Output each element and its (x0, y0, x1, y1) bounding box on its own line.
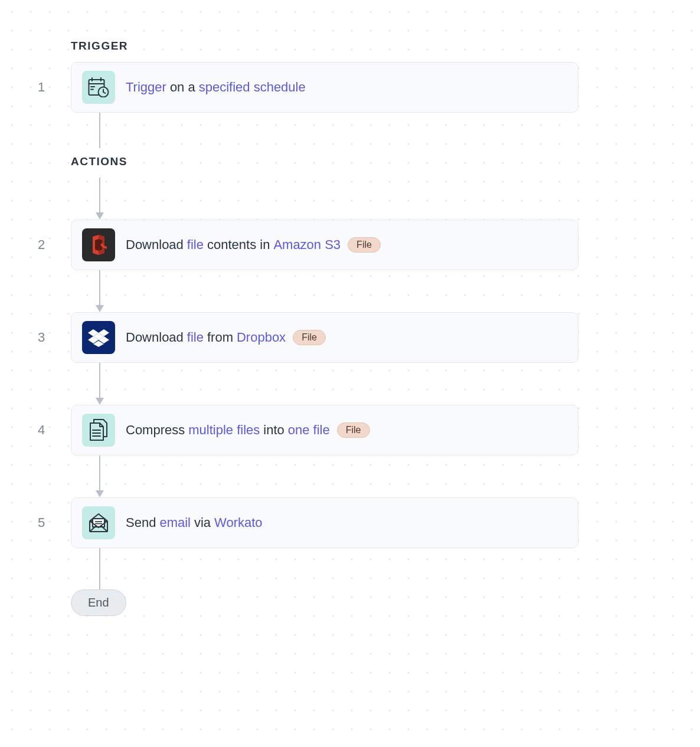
action-card[interactable]: Download file contents in Amazon S3File (71, 219, 578, 270)
email-icon (82, 506, 115, 539)
step-number: 3 (35, 330, 71, 345)
step-row: 3 Download file from DropboxFile (35, 312, 700, 363)
step-description: Download file contents in Amazon S3File (126, 237, 381, 253)
connector-line (96, 113, 103, 148)
schedule-icon (82, 71, 115, 104)
step-description: Compress multiple files into one fileFil… (126, 422, 370, 438)
step-row: 5 Send email via Workato (35, 497, 700, 548)
step-number: 2 (35, 237, 71, 253)
connector-arrow (96, 178, 103, 219)
connector-arrow (96, 363, 103, 405)
actions-section-label: ACTIONS (71, 155, 700, 168)
workflow-canvas: TRIGGER 1 Trigger on a specified schedul… (35, 40, 700, 616)
connector-arrow (96, 456, 103, 497)
step-description: Download file from DropboxFile (126, 330, 326, 345)
step-number: 5 (35, 515, 71, 530)
files-icon (82, 414, 115, 447)
connector-arrow (96, 270, 103, 312)
step-number: 1 (35, 80, 71, 95)
trigger-card[interactable]: Trigger on a specified schedule (71, 62, 578, 113)
action-card[interactable]: Download file from DropboxFile (71, 312, 578, 363)
file-badge: File (337, 422, 370, 438)
step-description: Send email via Workato (126, 515, 263, 530)
action-card[interactable]: Send email via Workato (71, 497, 578, 548)
step-row: 4 Compress multiple files into one fileF… (35, 405, 700, 456)
trigger-section-label: TRIGGER (71, 40, 700, 53)
connector-line (96, 548, 103, 589)
step-description: Trigger on a specified schedule (126, 80, 306, 95)
step-row: 1 Trigger on a specified schedule (35, 62, 700, 113)
file-badge: File (348, 237, 381, 253)
amazon-s3-icon (82, 228, 115, 261)
end-pill[interactable]: End (71, 589, 126, 616)
step-row: 2 Download file contents in Amazon S3Fil… (35, 219, 700, 270)
dropbox-icon (82, 321, 115, 354)
file-badge: File (293, 330, 326, 345)
action-card[interactable]: Compress multiple files into one fileFil… (71, 405, 578, 456)
step-number: 4 (35, 422, 71, 438)
